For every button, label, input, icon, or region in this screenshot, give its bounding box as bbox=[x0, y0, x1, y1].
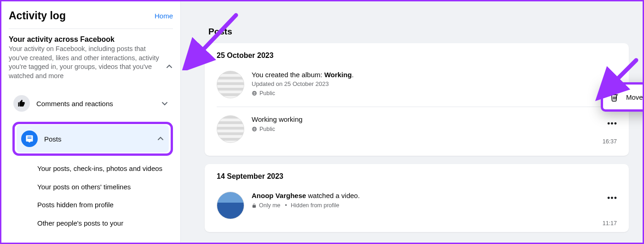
activity-entry: You created the album: Working. Updated … bbox=[217, 68, 617, 107]
entry-time: 11:17 bbox=[603, 220, 617, 227]
globe-icon bbox=[252, 91, 257, 96]
subnav-hidden[interactable]: Posts hidden from profile bbox=[35, 196, 173, 214]
activity-section[interactable]: Your activity across Facebook Your activ… bbox=[9, 35, 173, 80]
section-description: Your activity on Facebook, including pos… bbox=[9, 45, 161, 80]
nav-list: Comments and reactions Posts Your p bbox=[9, 91, 173, 232]
date-group: 25 October 2023 You created the album: W… bbox=[205, 43, 629, 156]
posts-icon bbox=[21, 131, 38, 147]
date-group: 14 September 2023 Anoop Varghese watched… bbox=[205, 164, 629, 232]
entry-time: 16:37 bbox=[603, 138, 617, 145]
date-heading: 14 September 2023 bbox=[217, 172, 617, 181]
main-content: Posts 25 October 2023 You created the al… bbox=[181, 1, 643, 243]
dots-icon: ••• bbox=[607, 193, 617, 203]
sidebar-item-posts[interactable]: Posts bbox=[17, 125, 169, 153]
sidebar: Activity log Home Your activity across F… bbox=[1, 1, 181, 243]
entry-thumbnail[interactable] bbox=[217, 192, 244, 219]
entry-menu-button[interactable]: ••• bbox=[605, 191, 620, 205]
globe-icon bbox=[252, 126, 257, 132]
menu-item-label: Move to Recycle bin bbox=[626, 93, 644, 101]
home-link[interactable]: Home bbox=[155, 12, 173, 20]
page-title: Activity log bbox=[9, 10, 66, 22]
subnav-other-people[interactable]: Other people's posts to your bbox=[35, 214, 173, 233]
move-to-recycle-bin[interactable]: Move to Recycle bin bbox=[606, 87, 644, 107]
dots-icon: ••• bbox=[607, 119, 617, 129]
entry-privacy: Public bbox=[252, 126, 617, 132]
chevron-up-icon[interactable] bbox=[166, 63, 173, 70]
sidebar-header: Activity log Home bbox=[9, 10, 173, 29]
chevron-down-icon bbox=[161, 100, 168, 107]
lock-icon bbox=[252, 203, 257, 208]
thumbs-up-icon bbox=[13, 95, 30, 112]
sidebar-item-label: Comments and reactions bbox=[36, 100, 155, 108]
highlight-posts: Posts bbox=[12, 122, 173, 156]
context-menu: Move to Recycle bin bbox=[601, 82, 644, 112]
entry-privacy: Only me Hidden from profile bbox=[252, 202, 617, 209]
entry-menu-button[interactable]: ••• bbox=[605, 116, 620, 131]
date-heading: 25 October 2023 bbox=[217, 51, 617, 60]
sidebar-item-comments-reactions[interactable]: Comments and reactions bbox=[9, 91, 173, 115]
section-heading: Your activity across Facebook bbox=[9, 35, 161, 44]
dot-separator bbox=[283, 202, 288, 209]
posts-heading: Posts bbox=[208, 27, 629, 37]
entry-privacy: Public bbox=[252, 90, 617, 96]
subnav-your-posts[interactable]: Your posts, check-ins, photos and videos bbox=[35, 159, 173, 178]
entry-title: You created the album: Working. bbox=[252, 71, 617, 79]
entry-thumbnail[interactable] bbox=[217, 71, 244, 98]
entry-thumbnail[interactable] bbox=[217, 115, 244, 143]
entry-title: Anoop Varghese watched a video. bbox=[252, 192, 617, 199]
activity-entry: Working working Public 16:37 ••• bbox=[217, 107, 617, 151]
trash-icon bbox=[610, 92, 620, 102]
entry-subtitle: Updated on 25 October 2023 bbox=[252, 80, 617, 87]
subnav-posts-others[interactable]: Your posts on others' timelines bbox=[35, 178, 173, 196]
activity-entry: Anoop Varghese watched a video. Only me … bbox=[217, 189, 617, 227]
posts-subnav: Your posts, check-ins, photos and videos… bbox=[35, 159, 173, 232]
entry-title: Working working bbox=[252, 115, 617, 123]
sidebar-item-label: Posts bbox=[44, 135, 150, 143]
dots-icon: ••• bbox=[607, 73, 617, 82]
chevron-up-icon bbox=[157, 135, 164, 142]
